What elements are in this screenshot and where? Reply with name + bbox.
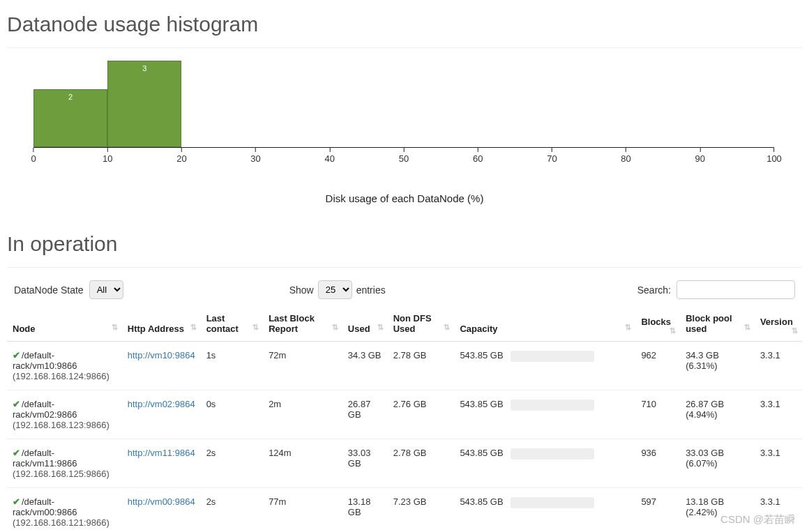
chart-tick: 80 [621,148,630,164]
datanodes-table: Node⇅Http Address⇅Last contact⇅Last Bloc… [7,306,802,532]
last-block-cell: 77m [263,488,342,533]
column-header[interactable]: Node⇅ [7,306,122,342]
chart-tick: 70 [547,148,557,164]
used-cell: 33.03 GB [342,439,388,488]
column-header[interactable]: Last contact⇅ [201,306,264,342]
chart-tick: 100 [766,148,782,164]
histogram-chart: 23 0102030405060708090100 [33,61,774,169]
chart-tick: 10 [103,148,112,164]
http-cell: http://vm02:9864 [122,390,201,439]
check-icon: ✔ [13,496,20,507]
blocks-cell: 936 [635,439,680,488]
chart-tick: 40 [325,148,335,164]
divider [7,47,802,48]
capacity-cell: 543.85 GB [454,390,635,439]
capacity-bar [511,351,594,362]
entries-label: entries [356,284,386,296]
capacity-cell: 543.85 GB [454,488,635,533]
show-entries-select[interactable]: 25 [318,280,352,299]
node-cell: ✔/default-rack/vm02:9866(192.168.168.123… [7,390,122,439]
show-label: Show [289,284,314,296]
table-row: ✔/default-rack/vm10:9866(192.168.168.124… [7,342,802,390]
blocks-cell: 962 [635,342,680,390]
sort-icon: ⇅ [190,324,195,330]
check-icon: ✔ [13,399,20,409]
bpused-cell: 34.3 GB (6.31%) [680,342,755,390]
chart-bar: 2 [33,89,107,147]
column-header[interactable]: Capacity⇅ [454,306,635,342]
column-header[interactable]: Blocks⇅ [635,306,680,342]
chart-tick: 90 [695,148,705,164]
sort-icon: ⇅ [792,327,796,334]
http-link[interactable]: http://vm11:9864 [128,448,195,458]
capacity-cell: 543.85 GB [454,439,635,488]
in-operation-title: In operation [7,232,802,256]
divider [7,267,802,268]
bpused-cell: 13.18 GB (2.42%) [680,488,755,533]
sort-icon: ⇅ [112,324,116,330]
nondfs-cell: 2.78 GB [388,439,455,488]
sort-icon: ⇅ [444,324,448,330]
http-link[interactable]: http://vm00:9864 [128,496,195,507]
chart-tick: 20 [176,148,186,164]
column-header[interactable]: Version⇅ [755,306,802,342]
used-cell: 13.18 GB [342,488,388,533]
sort-icon: ⇅ [332,324,337,330]
nondfs-cell: 2.78 GB [388,342,455,390]
column-header[interactable]: Block pool used⇅ [680,306,755,342]
http-cell: http://vm11:9864 [122,439,201,488]
chart-tick: 60 [473,148,483,164]
datanode-state-select[interactable]: All [89,280,123,299]
version-cell: 3.3.1 [755,342,802,390]
column-header[interactable]: Last Block Report⇅ [263,306,342,342]
node-cell: ✔/default-rack/vm10:9866(192.168.168.124… [7,342,122,390]
sort-icon: ⇅ [744,324,749,330]
nondfs-cell: 7.23 GB [388,488,455,533]
version-cell: 3.3.1 [755,488,802,533]
table-row: ✔/default-rack/vm00:9866(192.168.168.121… [7,488,802,533]
http-cell: http://vm00:9864 [122,488,201,533]
sort-icon: ⇅ [670,327,674,334]
version-cell: 3.3.1 [755,390,802,439]
table-row: ✔/default-rack/vm11:9866(192.168.168.125… [7,439,802,488]
datanode-state-label: DataNode State [14,284,84,296]
column-header[interactable]: Http Address⇅ [122,306,201,342]
bpused-cell: 26.87 GB (4.94%) [680,390,755,439]
last-block-cell: 2m [263,390,342,439]
search-input[interactable] [676,280,795,299]
node-cell: ✔/default-rack/vm11:9866(192.168.168.125… [7,439,122,488]
last-contact-cell: 2s [201,439,264,488]
chart-bar: 3 [107,61,181,147]
search-label: Search: [637,284,671,296]
chart-tick: 50 [399,148,409,164]
last-block-cell: 124m [263,439,342,488]
sort-icon: ⇅ [252,324,257,330]
http-link[interactable]: http://vm02:9864 [128,399,195,409]
capacity-bar [511,497,594,508]
last-contact-cell: 1s [201,342,264,390]
blocks-cell: 597 [635,488,680,533]
check-icon: ✔ [13,350,20,360]
http-link[interactable]: http://vm10:9864 [128,350,195,360]
used-cell: 34.3 GB [342,342,388,390]
last-contact-cell: 2s [201,488,264,533]
check-icon: ✔ [13,448,20,458]
column-header[interactable]: Used⇅ [342,306,388,342]
chart-tick: 30 [250,148,260,164]
version-cell: 3.3.1 [755,439,802,488]
http-cell: http://vm10:9864 [122,342,201,390]
sort-icon: ⇅ [377,324,382,330]
chart-tick: 0 [31,148,36,164]
chart-xlabel: Disk usage of each DataNode (%) [7,192,802,204]
table-row: ✔/default-rack/vm02:9866(192.168.168.123… [7,390,802,439]
last-contact-cell: 0s [201,390,264,439]
used-cell: 26.87 GB [342,390,388,439]
capacity-cell: 543.85 GB [454,342,635,390]
node-cell: ✔/default-rack/vm00:9866(192.168.168.121… [7,488,122,533]
capacity-bar [511,400,594,411]
capacity-bar [511,448,594,459]
bpused-cell: 33.03 GB (6.07%) [680,439,755,488]
column-header[interactable]: Non DFS Used⇅ [388,306,455,342]
nondfs-cell: 2.76 GB [388,390,455,439]
last-block-cell: 72m [263,342,342,390]
